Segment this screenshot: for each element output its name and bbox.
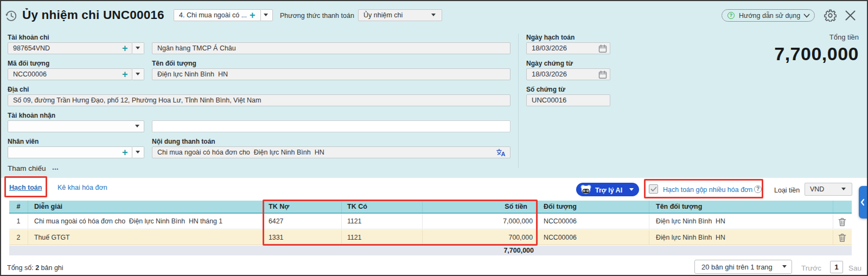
svg-text:A: A xyxy=(501,151,506,157)
